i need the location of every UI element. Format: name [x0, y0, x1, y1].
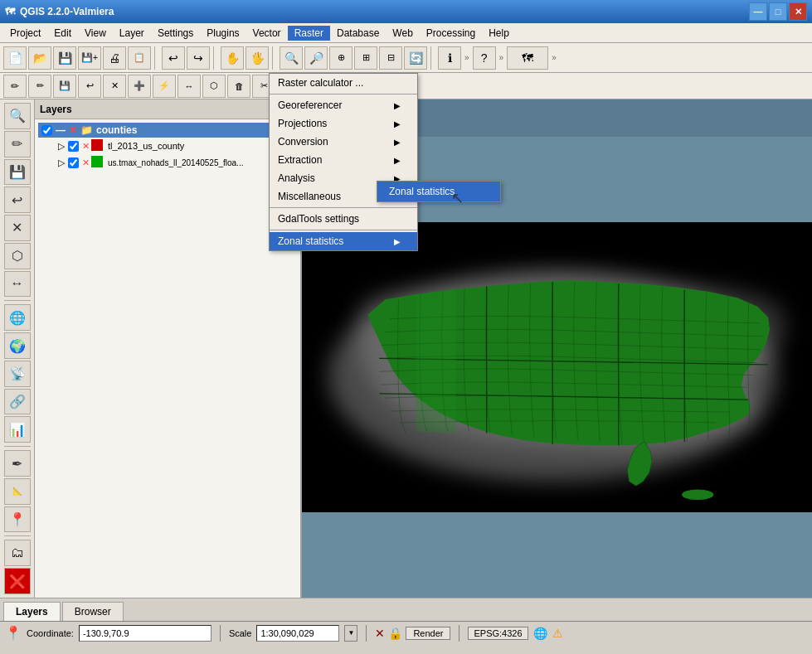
- menu-plugins[interactable]: Plugins: [200, 26, 246, 41]
- new-project-btn[interactable]: 📄: [3, 46, 27, 70]
- left-tool-9[interactable]: 🌍: [4, 332, 31, 359]
- toolbar-expand-2[interactable]: »: [498, 53, 506, 62]
- render-x-icon[interactable]: ✕: [375, 627, 385, 640]
- menu-layer[interactable]: Layer: [113, 26, 151, 41]
- epsg-value[interactable]: EPSG:4326: [468, 627, 528, 640]
- left-tool-1[interactable]: 🔍: [4, 103, 31, 129]
- edit-2-btn[interactable]: ✏: [28, 75, 51, 98]
- left-tool-11[interactable]: 🔗: [4, 389, 31, 415]
- menu-extraction[interactable]: Extraction ▶: [270, 151, 417, 169]
- toolbar-expand-3[interactable]: »: [550, 53, 558, 62]
- digitize-btn[interactable]: ⚡: [153, 75, 176, 98]
- left-tool-14[interactable]: 📐: [4, 478, 31, 505]
- pan-btn[interactable]: ✋: [221, 46, 244, 70]
- close-button[interactable]: ✕: [789, 2, 807, 21]
- tab-browser[interactable]: Browser: [62, 602, 124, 621]
- menu-conversion[interactable]: Conversion ▶: [270, 133, 417, 151]
- layer-group-header-counties[interactable]: — ✕ 📁 counties: [38, 123, 297, 138]
- zoom-out-btn[interactable]: 🔎: [304, 46, 328, 70]
- add-feature-btn[interactable]: ➕: [128, 75, 151, 98]
- move-feature-btn[interactable]: ↔: [177, 75, 201, 98]
- zoom-layer-btn[interactable]: ⊞: [354, 46, 377, 70]
- globe-icon[interactable]: 🌐: [533, 627, 547, 640]
- toolbar-expand-1[interactable]: »: [463, 53, 471, 62]
- menu-vector[interactable]: Vector: [246, 26, 288, 41]
- help-btn[interactable]: ?: [473, 46, 496, 70]
- toolbar-sep-1: [154, 46, 158, 70]
- rollback-btn[interactable]: ↩: [78, 75, 101, 98]
- menu-database[interactable]: Database: [330, 26, 386, 41]
- raster-sep-1: [270, 94, 417, 94]
- menu-raster[interactable]: Raster: [288, 26, 330, 41]
- layers-panel-header: Layers: [35, 99, 300, 119]
- menu-zonal-statistics[interactable]: Zonal statistics ▶: [270, 232, 417, 250]
- save-project-btn[interactable]: 💾: [53, 46, 76, 70]
- expand-tmax[interactable]: ▷: [58, 157, 65, 168]
- zoom-in-btn[interactable]: 🔍: [280, 46, 303, 70]
- edit-cancel-btn[interactable]: ✕: [103, 75, 126, 98]
- zonal-stats-item[interactable]: Zonal statistics: [377, 182, 500, 201]
- menu-web[interactable]: Web: [386, 26, 419, 41]
- left-tool-17[interactable]: ❌: [4, 568, 31, 594]
- save-as-btn[interactable]: 💾+: [78, 46, 101, 70]
- pan-map-btn[interactable]: 🖐: [246, 46, 269, 70]
- left-tool-2[interactable]: ✏: [4, 131, 31, 157]
- left-tool-10[interactable]: 📡: [4, 361, 31, 387]
- identify-btn[interactable]: ℹ: [438, 46, 461, 70]
- scale-dropdown[interactable]: ▼: [344, 625, 357, 642]
- menu-edit[interactable]: Edit: [47, 26, 78, 41]
- toolbar-sep-2: [213, 46, 217, 70]
- zoom-selection-btn[interactable]: ⊟: [379, 46, 402, 70]
- left-tool-5[interactable]: ✕: [4, 215, 31, 241]
- statusbar: 📍 Coordinate: -130.9,70.9 Scale 1:30,090…: [0, 621, 812, 644]
- menu-georeferencer[interactable]: Georeferencer ▶: [270, 96, 417, 114]
- left-tool-8[interactable]: 🌐: [4, 304, 31, 331]
- gps-icon[interactable]: 📍: [5, 625, 22, 641]
- redo-btn[interactable]: ↪: [187, 46, 210, 70]
- menu-project[interactable]: Project: [3, 26, 47, 41]
- menu-settings[interactable]: Settings: [151, 26, 200, 41]
- left-tool-12[interactable]: 📊: [4, 416, 31, 443]
- left-tool-3[interactable]: 💾: [4, 159, 31, 186]
- menu-view[interactable]: View: [78, 26, 113, 41]
- remove-tmax-icon[interactable]: ✕: [82, 157, 90, 168]
- zoom-full-btn[interactable]: ⊕: [329, 46, 353, 70]
- render-lock-icon[interactable]: 🔒: [388, 627, 402, 640]
- group-remove-icon[interactable]: ✕: [69, 124, 77, 136]
- remove-county-icon[interactable]: ✕: [82, 141, 90, 152]
- delete-selected-btn[interactable]: 🗑: [227, 75, 250, 98]
- group-checkbox-counties[interactable]: [41, 125, 52, 136]
- left-tool-15[interactable]: 📍: [4, 506, 31, 533]
- group-minus-icon[interactable]: —: [56, 124, 66, 136]
- zonal-arrow: ▶: [394, 237, 401, 246]
- menu-processing[interactable]: Processing: [420, 26, 482, 41]
- save-layer-btn[interactable]: 💾: [53, 75, 76, 98]
- edit-pencil-btn[interactable]: ✏: [3, 75, 27, 98]
- checkbox-tmax[interactable]: [68, 157, 79, 168]
- undo-btn[interactable]: ↩: [162, 46, 185, 70]
- status-sep-2: [366, 625, 367, 642]
- menu-projections[interactable]: Projections ▶: [270, 114, 417, 133]
- tab-layers[interactable]: Layers: [3, 602, 61, 621]
- left-tool-16[interactable]: 🗂: [4, 540, 31, 566]
- checkbox-county[interactable]: [68, 141, 79, 152]
- print-compose-btn[interactable]: 📋: [128, 46, 151, 70]
- left-tool-7[interactable]: ↔: [4, 271, 31, 298]
- minimize-button[interactable]: —: [749, 2, 767, 21]
- menu-help[interactable]: Help: [482, 26, 516, 41]
- left-tool-13[interactable]: ✒: [4, 450, 31, 477]
- maximize-button[interactable]: □: [769, 2, 787, 21]
- open-project-btn[interactable]: 📂: [28, 46, 51, 70]
- menu-raster-calc[interactable]: Raster calculator ...: [270, 74, 417, 92]
- left-tool-6[interactable]: ⬡: [4, 243, 31, 269]
- node-tool-btn[interactable]: ⬡: [202, 75, 226, 98]
- extra-btn[interactable]: 🗺: [507, 46, 548, 70]
- refresh-btn[interactable]: 🔄: [404, 46, 427, 70]
- expand-county[interactable]: ▷: [58, 141, 65, 152]
- menu-gdal-settings[interactable]: GdalTools settings: [270, 210, 417, 228]
- print-btn[interactable]: 🖨: [103, 46, 126, 70]
- layer-item-county[interactable]: ▷ ✕ tl_2013_us_county: [38, 138, 297, 154]
- render-button[interactable]: Render: [406, 627, 450, 640]
- left-tool-4[interactable]: ↩: [4, 187, 31, 213]
- layer-item-tmax[interactable]: ▷ ✕ us.tmax_nohads_ll_20140525_floa...: [38, 154, 297, 171]
